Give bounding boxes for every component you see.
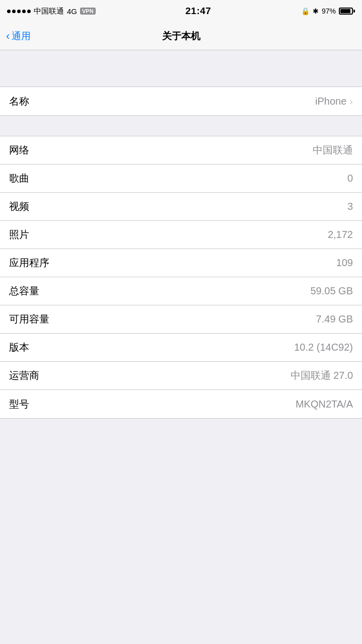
content: 名称 iPhone › 网络 中国联通 歌曲 0 视频 3 照片 2,172 xyxy=(0,50,362,419)
name-row[interactable]: 名称 iPhone › xyxy=(0,87,362,115)
row-label: 型号 xyxy=(9,397,29,411)
row-value: 0 xyxy=(347,173,353,184)
table-row: 照片 2,172 xyxy=(0,221,362,249)
table-row: 版本 10.2 (14C92) xyxy=(0,334,362,362)
row-label: 总容量 xyxy=(9,284,39,298)
name-value-text: iPhone xyxy=(315,96,346,107)
row-value: 中国联通 27.0 xyxy=(291,369,353,382)
battery-icon xyxy=(339,8,355,15)
row-label: 应用程序 xyxy=(9,256,49,270)
row-value: 2,172 xyxy=(328,229,353,240)
table-row: 视频 3 xyxy=(0,193,362,221)
mid-spacer xyxy=(0,116,362,136)
row-label: 网络 xyxy=(9,143,29,157)
row-label: 歌曲 xyxy=(9,172,29,185)
row-value: 59.05 GB xyxy=(310,285,353,297)
table-row: 运营商 中国联通 27.0 xyxy=(0,362,362,390)
row-label: 可用容量 xyxy=(9,312,49,326)
name-label: 名称 xyxy=(9,95,29,108)
table-row: 总容量 59.05 GB xyxy=(0,277,362,305)
row-label: 照片 xyxy=(9,228,29,242)
carrier-label: 中国联通 xyxy=(34,7,64,16)
top-spacer xyxy=(0,50,362,87)
vpn-badge: VPN xyxy=(80,8,96,15)
row-value: 7.49 GB xyxy=(316,313,353,325)
back-button[interactable]: ‹ 通用 xyxy=(6,30,31,43)
time-display: 21:47 xyxy=(185,6,211,17)
info-group: 网络 中国联通 歌曲 0 视频 3 照片 2,172 应用程序 109 总容量 … xyxy=(0,136,362,419)
row-value: MKQN2TA/A xyxy=(296,398,353,410)
status-bar: 中国联通 4G VPN 21:47 🔒 ✱ 97% xyxy=(0,0,362,22)
signal-dots xyxy=(7,10,31,13)
page-title: 关于本机 xyxy=(162,30,200,43)
name-group: 名称 iPhone › xyxy=(0,87,362,116)
status-left: 中国联通 4G VPN xyxy=(7,7,96,16)
status-right: 🔒 ✱ 97% xyxy=(301,7,355,15)
table-row: 可用容量 7.49 GB xyxy=(0,305,362,334)
row-label: 视频 xyxy=(9,200,29,213)
back-label: 通用 xyxy=(12,30,31,43)
network-label: 4G xyxy=(67,7,77,16)
battery-percent: 97% xyxy=(322,7,336,15)
name-chevron-icon: › xyxy=(349,96,353,107)
table-row: 网络 中国联通 xyxy=(0,136,362,165)
row-label: 运营商 xyxy=(9,369,39,382)
table-row: 应用程序 109 xyxy=(0,249,362,277)
table-row: 歌曲 0 xyxy=(0,165,362,193)
back-chevron-icon: ‹ xyxy=(6,31,10,42)
row-value: 109 xyxy=(336,257,353,269)
name-value: iPhone › xyxy=(315,96,353,107)
nav-bar: ‹ 通用 关于本机 xyxy=(0,22,362,50)
table-row: 型号 MKQN2TA/A xyxy=(0,390,362,418)
row-label: 版本 xyxy=(9,341,29,354)
bluetooth-icon: ✱ xyxy=(313,7,319,15)
lock-icon: 🔒 xyxy=(301,7,310,15)
row-value: 中国联通 xyxy=(313,143,353,157)
row-value: 3 xyxy=(347,201,353,212)
row-value: 10.2 (14C92) xyxy=(294,342,353,353)
